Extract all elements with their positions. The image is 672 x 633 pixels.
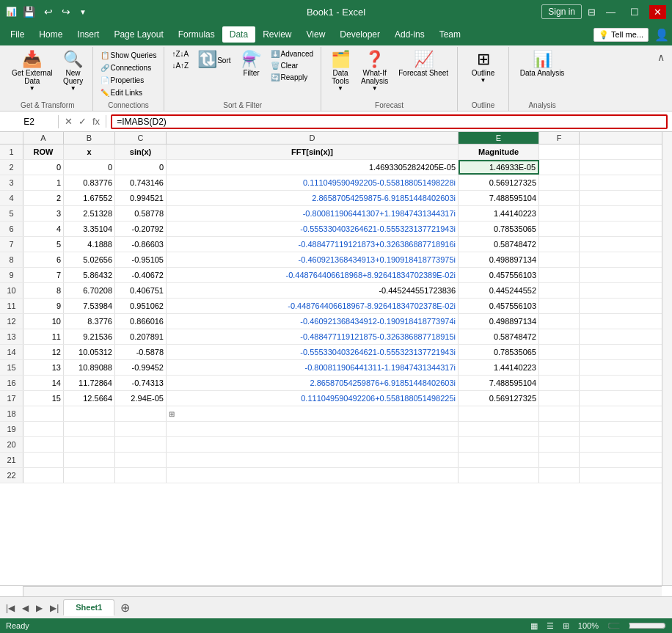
cell-e16[interactable]: 7.488595104: [459, 376, 539, 390]
forecast-sheet-button[interactable]: 📈 Forecast Sheet: [394, 48, 453, 80]
cell-e7[interactable]: 0.58748472: [459, 237, 539, 252]
cell-b18[interactable]: [64, 406, 115, 421]
cell-reference-box[interactable]: [0, 115, 59, 128]
cell-c20[interactable]: [115, 437, 167, 452]
cell-e20[interactable]: [459, 437, 539, 452]
cell-e15[interactable]: 1.44140223: [459, 360, 539, 375]
cancel-formula-icon[interactable]: ✕: [63, 115, 74, 128]
cell-c1[interactable]: sin(x): [115, 144, 167, 159]
data-analysis-button[interactable]: 📊 Data Analysis: [516, 48, 569, 80]
menu-home[interactable]: Home: [32, 26, 70, 43]
cell-b5[interactable]: 2.51328: [64, 206, 115, 221]
cell-a8[interactable]: 6: [23, 252, 64, 267]
cell-e11[interactable]: 0.457556103: [459, 299, 539, 313]
cell-c8[interactable]: -0.95105: [115, 252, 167, 267]
cell-a6[interactable]: 4: [23, 222, 64, 236]
cell-d14[interactable]: -0.555330403264621-0.555323137721943i: [167, 345, 459, 359]
next-sheet-btn[interactable]: ▶: [33, 601, 45, 615]
cell-d16[interactable]: 2.86587054259876+6.91851448402603i: [167, 376, 459, 390]
cell-d9[interactable]: -0.448764406618968+8.92641834702389E-02i: [167, 268, 459, 282]
cell-e14[interactable]: 0.78535065: [459, 345, 539, 359]
cell-e22[interactable]: [459, 468, 539, 483]
cell-a7[interactable]: 5: [23, 237, 64, 252]
cell-d15[interactable]: -0.800811906441311-1.19847431344317i: [167, 360, 459, 375]
redo-btn[interactable]: ↪: [59, 4, 73, 19]
cell-d20[interactable]: [167, 437, 459, 452]
new-query-button[interactable]: 🔍 NewQuery ▼: [59, 48, 88, 95]
cell-d18[interactable]: ⊞: [167, 406, 459, 421]
user-icon[interactable]: 👤: [654, 28, 669, 42]
cell-c19[interactable]: [115, 422, 167, 436]
menu-team[interactable]: Team: [432, 26, 468, 43]
menu-data[interactable]: Data: [222, 26, 255, 43]
cell-a18[interactable]: [23, 406, 64, 421]
get-external-data-button[interactable]: 📥 Get ExternalData ▼: [7, 48, 57, 95]
qat-more-btn[interactable]: ▼: [76, 7, 90, 18]
cell-f20[interactable]: [539, 437, 580, 452]
cell-f5[interactable]: [539, 206, 580, 221]
cell-f1[interactable]: [539, 144, 580, 159]
insert-function-icon[interactable]: fx: [91, 115, 101, 128]
cell-d22[interactable]: [167, 468, 459, 483]
cell-a22[interactable]: [23, 468, 64, 483]
cell-d13[interactable]: -0.488477119121875-0.326386887718915i: [167, 329, 459, 344]
sort-az-button[interactable]: ↑Z↓A: [169, 48, 191, 59]
cell-a9[interactable]: 7: [23, 268, 64, 282]
cell-c16[interactable]: -0.74313: [115, 376, 167, 390]
cell-f14[interactable]: [539, 345, 580, 359]
cell-a21[interactable]: [23, 453, 64, 467]
cell-e10[interactable]: 0.445244552: [459, 283, 539, 298]
tell-me-box[interactable]: 💡 Tell me...: [594, 28, 649, 42]
cell-c11[interactable]: 0.951062: [115, 299, 167, 313]
cell-a10[interactable]: 8: [23, 283, 64, 298]
cell-a13[interactable]: 11: [23, 329, 64, 344]
cell-a15[interactable]: 13: [23, 360, 64, 375]
cell-e12[interactable]: 0.498897134: [459, 314, 539, 329]
ribbon-expand-button[interactable]: ∧: [653, 50, 669, 65]
cell-e13[interactable]: 0.58748472: [459, 329, 539, 344]
cell-a2[interactable]: 0: [23, 160, 64, 175]
menu-page-layout[interactable]: Page Layout: [106, 26, 170, 43]
col-header-e[interactable]: E: [459, 132, 539, 144]
cell-c21[interactable]: [115, 453, 167, 467]
cell-e9[interactable]: 0.457556103: [459, 268, 539, 282]
cell-f18[interactable]: [539, 406, 580, 421]
cell-d2[interactable]: 1.46933052824205E-05: [167, 160, 459, 175]
cell-f12[interactable]: [539, 314, 580, 329]
cell-d8[interactable]: -0.460921368434913+0.190918418773975i: [167, 252, 459, 267]
col-header-d[interactable]: D: [167, 132, 459, 144]
cell-f22[interactable]: [539, 468, 580, 483]
cell-b2[interactable]: 0: [64, 160, 115, 175]
what-if-button[interactable]: ❓ What-IfAnalysis ▼: [357, 48, 392, 95]
cell-c13[interactable]: 0.207891: [115, 329, 167, 344]
cell-c4[interactable]: 0.994521: [115, 191, 167, 205]
cell-b7[interactable]: 4.1888: [64, 237, 115, 252]
cell-e6[interactable]: 0.78535065: [459, 222, 539, 236]
cell-b4[interactable]: 1.67552: [64, 191, 115, 205]
maximize-button[interactable]: ☐: [626, 5, 643, 19]
cell-b6[interactable]: 3.35104: [64, 222, 115, 236]
data-tools-button[interactable]: 🗂️ DataTools ▼: [326, 48, 355, 95]
page-break-preview-icon[interactable]: ⊞: [563, 621, 569, 631]
filter-button[interactable]: ⚗️ Filter: [237, 48, 266, 80]
cell-c6[interactable]: -0.20792: [115, 222, 167, 236]
close-button[interactable]: ✕: [649, 5, 666, 19]
cell-c2[interactable]: 0: [115, 160, 167, 175]
cell-c22[interactable]: [115, 468, 167, 483]
add-sheet-button[interactable]: ⊕: [116, 599, 134, 616]
cell-b17[interactable]: 12.5664: [64, 391, 115, 406]
cell-b3[interactable]: 0.83776: [64, 175, 115, 190]
cell-f7[interactable]: [539, 237, 580, 252]
outline-button[interactable]: ⊞ Outline ▼: [467, 48, 500, 87]
cell-a14[interactable]: 12: [23, 345, 64, 359]
cell-c15[interactable]: -0.99452: [115, 360, 167, 375]
cell-d19[interactable]: [167, 422, 459, 436]
edit-links-button[interactable]: ✏️ Edit Links: [98, 87, 145, 98]
cell-e17[interactable]: 0.569127325: [459, 391, 539, 406]
cell-a11[interactable]: 9: [23, 299, 64, 313]
cell-b13[interactable]: 9.21536: [64, 329, 115, 344]
connections-button[interactable]: 🔗 Connections: [98, 62, 155, 73]
cell-e21[interactable]: [459, 453, 539, 467]
cell-f4[interactable]: [539, 191, 580, 205]
sort-button[interactable]: 🔃 Sort: [193, 48, 235, 70]
